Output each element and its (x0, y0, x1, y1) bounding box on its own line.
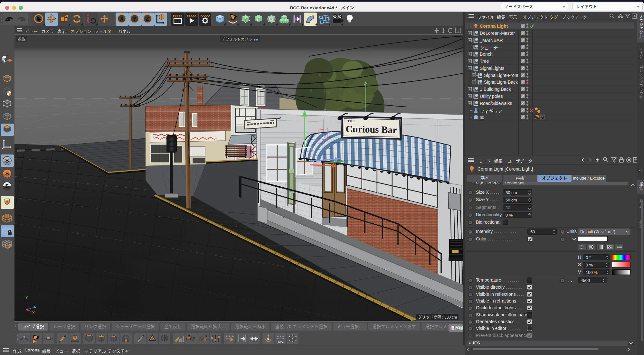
svg-text:RGB: RGB (617, 246, 622, 249)
svg-text:S: S (5, 158, 9, 164)
svg-text:xyz: xyz (278, 340, 284, 343)
svg-text:R: R (87, 20, 89, 23)
svg-text:X: X (120, 16, 124, 22)
svg-text:Z: Z (33, 304, 36, 309)
svg-text:Y: Y (133, 16, 137, 22)
svg-text:Curious Bar: Curious Bar (346, 123, 397, 135)
svg-text:X: X (32, 311, 35, 315)
svg-text:Z: Z (146, 16, 149, 22)
svg-text:S: S (5, 171, 9, 177)
svg-text:Y: Y (25, 296, 28, 300)
svg-text:S: S (5, 183, 9, 189)
svg-text:THE: THE (347, 119, 355, 123)
